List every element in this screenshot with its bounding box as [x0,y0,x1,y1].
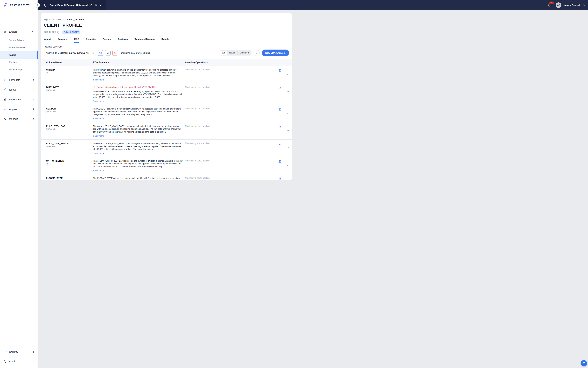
eda-summary-cell: The column "CNT_CHILDREN" represents the… [93,160,185,172]
run-delete-button[interactable] [112,50,118,56]
eda-run-selected-value: Analysis on December 1, 2025 10:48:22 AM [46,52,90,54]
cleaning-operations-cell: No cleaning steps applied. [185,160,268,172]
chevron-right-icon [33,118,34,120]
expand-row-chevron-icon[interactable] [287,74,289,75]
column-name: FLAG_OWN_CAR [46,125,93,128]
table-row-flag-own-realty: FLAG_OWN_REALTY [VARCHAR] The column "FL… [41,139,292,157]
show-more-link[interactable]: Show more [93,79,104,81]
edit-cleaning-icon[interactable] [278,86,281,89]
summary-text: The GENDER column is a categorical varia… [93,108,183,116]
expand-row-chevron-icon[interactable] [287,130,289,131]
summary-text: The "ClientID" column is a numeric uniqu… [93,68,183,77]
eda-run-select[interactable]: Analysis on December 1, 2025 10:48:22 AM [44,50,96,56]
tab-features[interactable]: Features [118,37,128,43]
cleaning-operations-cell: No cleaning steps applied. [185,125,268,137]
tab-about[interactable]: About [44,37,51,43]
eda-summary-cell: The column "FLAG_OWN_CAR" is a categoric… [93,125,185,137]
filter-issues-button[interactable]: Issues [227,51,238,55]
eda-summary-cell: The INCOME_TYPE column is a categorical … [93,177,185,180]
flask-icon [3,98,7,101]
check-icon [3,108,7,111]
filter-all-button[interactable]: All [220,51,227,55]
monitor-icon [44,3,48,7]
summary-text: The INCOME_TYPE column is a categorical … [93,177,183,180]
filter-outdated-button[interactable]: Outdated [238,51,251,55]
sidebar-item-tables[interactable]: Tables [0,51,37,59]
expand-row-chevron-icon[interactable] [287,91,289,92]
lightbulb-icon [3,88,7,92]
trash-icon [114,51,117,54]
sidebar-item-source-tables[interactable]: Source Tables [0,37,37,44]
show-more-link[interactable]: Show more [93,118,104,120]
expand-row-chevron-icon[interactable] [287,112,289,114]
tab-database-diagram[interactable]: Database Diagram [134,37,155,43]
sidebar-item-managed-views[interactable]: Managed Views [0,44,37,51]
show-more-link[interactable]: Show more [93,100,104,102]
edit-cleaning-icon[interactable] [278,125,281,128]
settings-gear-icon[interactable] [94,4,98,7]
table-type-help-icon[interactable]: ? [57,31,60,34]
table-meta-row: SCD TABLE ? PUBLIC_DRAFT [44,30,289,34]
cleaning-operations-cell: No cleaning steps applied. [185,68,268,81]
expand-row-chevron-icon[interactable] [287,165,289,166]
workspace-switcher[interactable]: Credit Default Dataset UI tutorial [37,0,106,10]
run-info-button[interactable] [98,50,103,56]
eda-summary-cell: The GENDER column is a categorical varia… [93,108,185,120]
tab-describe[interactable]: Describe [86,37,96,43]
displaying-count-text: Displaying 16 of 16 columns [121,52,150,54]
header-eda-summary: EDA Summary [93,61,185,64]
head-gear-icon [3,78,7,82]
column-name: CNT_CHILDREN [46,160,93,162]
sidebar-item-label: Ideate [9,88,16,91]
new-eda-analysis-button[interactable]: New EDA Analysis [262,50,289,56]
workspace-chevron-down-icon[interactable] [99,4,102,6]
tab-preview[interactable]: Preview [102,37,111,43]
column-type: [VARCHAR] [46,89,93,91]
column-type: [VARCHAR] [46,145,93,147]
edit-cleaning-icon[interactable] [278,160,281,163]
sidebar-item-manage[interactable]: Manage [0,114,37,124]
share-icon[interactable] [89,4,93,7]
sidebar-item-experiment[interactable]: Experiment [0,94,37,104]
table-row-flag-own-car: FLAG_OWN_CAR [VARCHAR] The column "FLAG_… [41,122,292,140]
table-row-birthdate: BIRTHDATE [VARCHAR] Suspected string-bas… [41,83,292,105]
sidebar-item-relationships[interactable]: Relationships [0,66,37,73]
eda-summary-cell: Suspected string-based datetime format f… [93,86,185,103]
brand-logo[interactable]: FEATUREBYTE [0,0,37,10]
table-actions-kebab-icon[interactable] [82,30,84,34]
sidebar-item-approve[interactable]: Approve [0,104,37,114]
tab-columns[interactable]: Columns [57,37,68,43]
sidebar-item-label: Approve [9,108,18,110]
run-refresh-button[interactable] [105,50,111,56]
expand-row-chevron-icon[interactable] [287,147,289,149]
sidebar-item-explore[interactable]: Explore [0,28,37,36]
table-detail-card: Explore > Tables > CLIENT_PROFILE CLIENT… [41,13,292,180]
breadcrumb-tables[interactable]: Tables [55,18,62,21]
show-more-link[interactable]: Show more [93,152,104,155]
tab-eda[interactable]: EDA [74,37,80,43]
breadcrumb-explore[interactable]: Explore [44,18,51,21]
show-more-link[interactable]: Show more [93,135,104,137]
sidebar-item-entities[interactable]: Entities [0,59,37,66]
cleaning-operations-cell: No cleaning steps applied. [185,108,268,120]
show-more-link[interactable]: Show more [93,169,104,172]
sidebar-nav: Explore Source Tables Managed Views Tabl… [0,28,37,124]
sidebar-item-formulate[interactable]: Formulate [0,75,37,85]
brand-name: FEATUREBYTE [10,4,30,7]
summary-text: The column "FLAG_OWN_CAR" is a categoric… [93,125,183,133]
edit-cleaning-icon[interactable] [278,142,281,146]
search-button[interactable] [254,50,260,56]
edit-cleaning-icon[interactable] [278,108,281,111]
tab-details[interactable]: Details [161,37,169,43]
sidebar-item-label: Experiment [9,98,21,101]
toolbar-right-group: All Issues Outdated New EDA Analysis [220,50,289,56]
telescope-icon [3,30,7,34]
column-type: [VARCHAR] [46,128,93,130]
eda-columns-table: Column Name EDA Summary Cleaning Operati… [41,59,292,180]
edit-cleaning-icon[interactable] [278,69,281,72]
chevron-down-icon [32,31,34,32]
sidebar-collapse-button[interactable] [35,3,40,8]
breadcrumb-current: CLIENT_PROFILE [66,18,84,21]
sidebar-item-ideate[interactable]: Ideate [0,85,37,94]
edit-cleaning-icon[interactable] [278,177,281,180]
